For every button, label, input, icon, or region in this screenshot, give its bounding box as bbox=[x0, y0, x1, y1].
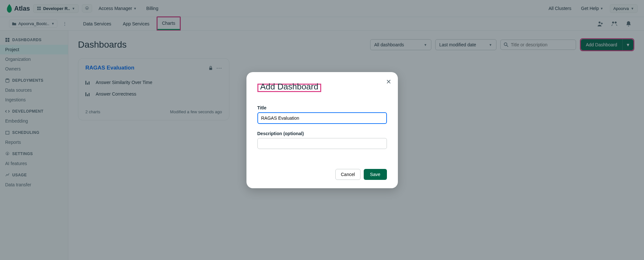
highlight-modal-title: Add Dashboard bbox=[257, 84, 322, 92]
modal-title: Add Dashboard bbox=[260, 82, 319, 92]
modal-overlay: ✕ Add Dashboard Title Description (optio… bbox=[0, 0, 644, 260]
add-dashboard-modal: ✕ Add Dashboard Title Description (optio… bbox=[246, 72, 398, 188]
description-label: Description (optional) bbox=[257, 131, 387, 136]
save-button[interactable]: Save bbox=[364, 169, 387, 180]
cancel-button[interactable]: Cancel bbox=[335, 169, 360, 180]
title-input[interactable] bbox=[257, 112, 387, 124]
title-label: Title bbox=[257, 105, 387, 110]
description-input[interactable] bbox=[257, 138, 387, 149]
close-icon[interactable]: ✕ bbox=[386, 78, 391, 86]
